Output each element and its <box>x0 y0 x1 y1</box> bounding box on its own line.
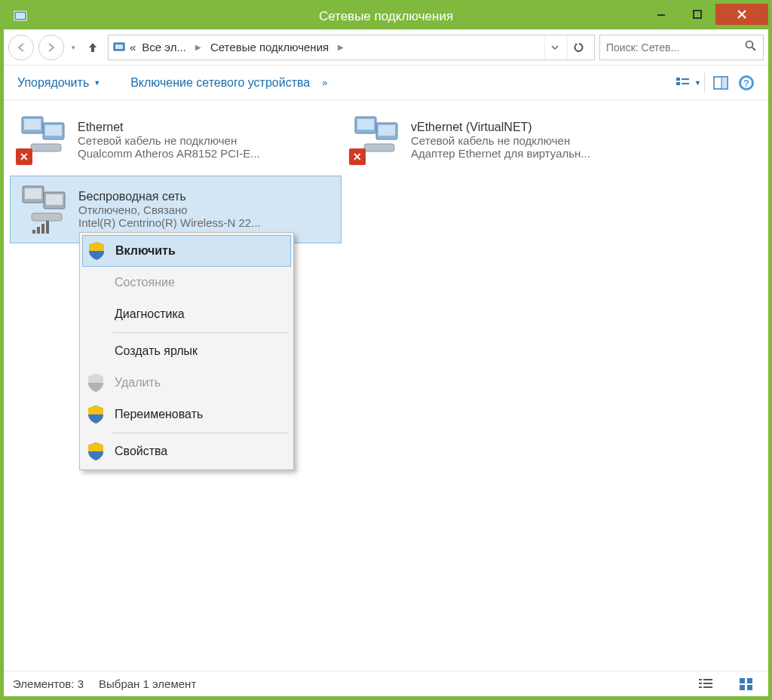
ctx-properties[interactable]: Свойства <box>82 436 291 467</box>
disconnected-badge-icon: ✕ <box>349 148 366 165</box>
up-button[interactable] <box>82 37 103 58</box>
navbar: ▾ « Все эл... ▶ Сетевые подключения ▶ <box>4 29 768 66</box>
back-button[interactable] <box>8 35 34 60</box>
context-menu: Включить Состояние Диагностика Создать я… <box>79 232 294 470</box>
svg-rect-23 <box>41 224 44 234</box>
breadcrumb-item-2[interactable]: Сетевые подключения <box>207 39 332 55</box>
connection-device: Адаптер Ethernet для виртуальн... <box>411 147 590 160</box>
svg-rect-28 <box>703 683 712 684</box>
separator <box>112 433 288 433</box>
ctx-delete-label: Удалить <box>115 376 161 390</box>
breadcrumb-arrow-icon: ▶ <box>192 43 204 51</box>
window-title: Сетевые подключения <box>319 9 453 24</box>
svg-rect-20 <box>721 77 728 89</box>
connection-name: Ethernet <box>78 121 260 134</box>
svg-rect-26 <box>703 679 712 680</box>
svg-rect-32 <box>747 678 752 683</box>
organize-button[interactable]: Упорядочить ▼ <box>13 73 105 93</box>
network-adapter-icon: ✕ <box>17 115 70 165</box>
shield-icon <box>86 442 106 461</box>
svg-rect-16 <box>676 82 680 85</box>
shield-icon <box>87 241 106 261</box>
help-button[interactable] <box>737 73 756 93</box>
large-icons-view-button[interactable] <box>737 674 756 694</box>
ctx-enable-label: Включить <box>115 244 176 258</box>
connection-device: Qualcomm Atheros AR8152 PCI-E... <box>78 147 260 160</box>
close-button[interactable] <box>715 4 768 25</box>
window: Сетевые подключения ▾ <box>0 0 772 700</box>
titlebar: Сетевые подключения <box>4 4 768 29</box>
svg-rect-13 <box>115 44 123 49</box>
svg-rect-30 <box>703 686 712 688</box>
view-layout-button[interactable]: ▼ <box>675 75 701 91</box>
svg-rect-22 <box>37 227 40 234</box>
address-bar[interactable]: « Все эл... ▶ Сетевые подключения ▶ <box>108 35 595 60</box>
svg-rect-25 <box>699 679 702 680</box>
command-bar: Упорядочить ▼ Включение сетевого устройс… <box>4 66 768 100</box>
svg-rect-34 <box>747 685 752 690</box>
search-icon[interactable] <box>745 40 757 54</box>
ctx-create-shortcut[interactable]: Создать ярлык <box>82 335 291 367</box>
svg-rect-33 <box>740 685 745 690</box>
ctx-delete: Удалить <box>82 367 291 399</box>
ctx-create-shortcut-label: Создать ярлык <box>115 344 198 358</box>
svg-rect-17 <box>682 78 689 80</box>
preview-pane-button[interactable] <box>711 73 731 93</box>
ctx-rename-label: Переименовать <box>115 408 203 421</box>
svg-rect-18 <box>682 83 689 84</box>
connection-status: Отключено, Связано <box>78 203 261 216</box>
content-area: ✕ Ethernet Сетевой кабель не подключен Q… <box>4 100 768 671</box>
separator <box>704 73 705 93</box>
svg-rect-9 <box>16 13 25 19</box>
svg-rect-31 <box>740 678 745 683</box>
ctx-rename[interactable]: Переименовать <box>82 399 291 430</box>
history-dropdown[interactable]: ▾ <box>69 35 78 60</box>
enable-device-button[interactable]: Включение сетевого устройства <box>126 73 314 93</box>
breadcrumb-prefix: « <box>130 41 136 53</box>
ctx-diagnose-label: Диагностика <box>115 307 185 321</box>
ctx-properties-label: Свойства <box>115 445 167 458</box>
disconnected-badge-icon: ✕ <box>16 148 32 165</box>
enable-device-label: Включение сетевого устройства <box>130 76 310 90</box>
separator <box>112 332 288 333</box>
connection-name: Беспроводная сеть <box>78 190 261 203</box>
ctx-diagnose[interactable]: Диагностика <box>82 298 291 330</box>
organize-label: Упорядочить <box>17 76 89 90</box>
connections-list: ✕ Ethernet Сетевой кабель не подключен Q… <box>10 106 762 243</box>
chevron-down-icon: ▼ <box>93 79 100 87</box>
connection-status: Сетевой кабель не подключен <box>411 134 590 147</box>
connection-status: Сетевой кабель не подключен <box>78 134 260 147</box>
wifi-signal-icon <box>32 218 54 234</box>
svg-rect-24 <box>46 221 49 234</box>
shield-icon <box>86 405 106 424</box>
maximize-button[interactable] <box>679 4 715 25</box>
svg-point-14 <box>746 41 753 48</box>
forward-button[interactable] <box>38 35 64 60</box>
svg-rect-29 <box>699 686 702 688</box>
connection-item-ethernet[interactable]: ✕ Ethernet Сетевой кабель не подключен Q… <box>10 106 342 174</box>
svg-rect-21 <box>32 230 35 234</box>
search-input[interactable] <box>606 41 745 53</box>
svg-rect-10 <box>657 14 665 16</box>
status-items-count: Элементов: 3 <box>13 677 84 690</box>
breadcrumb-item-1[interactable]: Все эл... <box>139 39 189 55</box>
status-selected: Выбран 1 элемент <box>99 677 196 690</box>
details-view-button[interactable] <box>696 674 715 694</box>
connection-device: Intel(R) Centrino(R) Wireless-N 22... <box>78 216 261 229</box>
status-bar: Элементов: 3 Выбран 1 элемент <box>4 671 768 696</box>
shield-icon <box>86 373 106 393</box>
more-commands-button[interactable]: » <box>314 77 335 88</box>
refresh-button[interactable] <box>567 36 590 59</box>
svg-rect-15 <box>676 78 680 81</box>
search-bar[interactable] <box>599 35 764 60</box>
location-icon <box>113 41 127 54</box>
ctx-enable[interactable]: Включить <box>82 235 291 267</box>
minimize-button[interactable] <box>643 4 679 25</box>
ctx-state-label: Состояние <box>115 276 175 289</box>
svg-rect-27 <box>699 683 702 684</box>
connection-item-vethernet[interactable]: ✕ vEthernet (VirtualNET) Сетевой кабель … <box>343 106 675 174</box>
breadcrumb-arrow-icon: ▶ <box>335 43 347 51</box>
network-adapter-icon: ✕ <box>351 115 403 165</box>
network-adapter-icon <box>18 185 71 234</box>
address-dropdown-button[interactable] <box>544 36 564 59</box>
